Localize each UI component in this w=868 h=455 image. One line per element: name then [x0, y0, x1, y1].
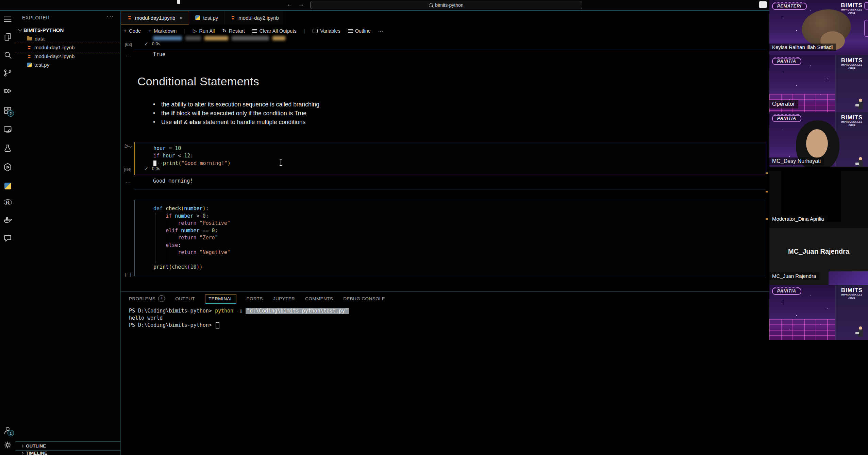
video-tile-keyisa[interactable]: PEMATERI BIMITS IMPROVESKILLS 2024 Keyis… [769, 0, 868, 55]
code-cell-2[interactable]: def check(number): if number > 0: return… [134, 200, 765, 276]
settings-gear-icon[interactable] [3, 440, 13, 450]
panel-tab-jupyter[interactable]: JUPYTER [273, 296, 295, 301]
tab-test-py[interactable]: test.py [189, 11, 224, 24]
video-tile-dina[interactable]: Moderator_Dina Aprilia [769, 171, 868, 228]
panel-tab-output[interactable]: OUTPUT [175, 296, 195, 301]
explorer-sidebar: EXPLORER ··· BIMITS-PYTHON data modul-da… [15, 11, 121, 455]
toolbar-more-button[interactable]: ··· [378, 28, 383, 34]
chat-icon[interactable] [3, 233, 13, 243]
video-tile-juan[interactable]: MC_Juan Rajendra MC_Juan Rajendra [769, 228, 868, 285]
source-control-icon[interactable] [3, 68, 13, 78]
chevron-down-icon [129, 145, 132, 148]
live-preview-icon[interactable] [3, 162, 13, 172]
video-tile-panitia[interactable]: BIMITS IMPROVESKILLS 2024 PANITIA [769, 285, 868, 340]
jupyter-icon [127, 15, 132, 20]
command-center-search[interactable]: bimits-python [310, 1, 582, 9]
mascot-character [858, 326, 863, 338]
outline-button[interactable]: Outline [348, 28, 371, 34]
panel-tab-debug-console[interactable]: DEBUG CONSOLE [343, 296, 385, 301]
terminal-output-line: hello world [129, 315, 163, 322]
code-line: else: [135, 242, 765, 249]
tree-root-bimits-python[interactable]: BIMITS-PYTHON [15, 26, 120, 34]
bullet-item: the ability to alter its execution seque… [153, 100, 319, 109]
execution-count: [64] [124, 167, 131, 172]
panel-divider[interactable] [121, 291, 769, 292]
accounts-icon[interactable]: 1 [3, 425, 13, 435]
chevron-right-icon [20, 444, 24, 448]
variables-button[interactable]: Variables [313, 28, 340, 34]
editor-tab-bar: modul-day1.ipynb × test.py modul-day2.ip… [121, 11, 769, 25]
tab-label: modul-day2.ipynb [238, 15, 279, 21]
panel-tab-problems[interactable]: PROBLEMS 4 [129, 295, 165, 302]
title-bar: ← → bimits-python [0, 0, 769, 10]
python-extension-icon[interactable] [3, 181, 13, 191]
clear-all-outputs-button[interactable]: Clear All Outputs [252, 28, 297, 34]
close-icon[interactable]: × [180, 15, 183, 21]
bullet-item: the if block will be executed only if th… [153, 109, 319, 118]
tab-modul-day2[interactable]: modul-day2.ipynb [224, 11, 285, 24]
explorer-more-actions-icon[interactable]: ··· [107, 14, 114, 20]
video-tile-desy[interactable]: BIMITS IMPROVESKILLS 2024 PANITIA MC_Des… [769, 112, 868, 171]
tree-item-modul-day2[interactable]: modul-day2.ipynb [15, 52, 120, 61]
bimits-poster: BIMITS IMPROVESKILLS 2024 [835, 112, 868, 171]
extensions-icon[interactable]: 2 [3, 105, 13, 115]
tree-item-test-py[interactable]: test.py [15, 61, 120, 69]
tab-modul-day1[interactable]: modul-day1.ipynb × [121, 11, 189, 24]
root-folder-label: BIMITS-PYTHON [23, 27, 64, 33]
markdown-heading: Conditional Statements [137, 75, 259, 88]
file-label: data [35, 36, 45, 41]
run-and-debug-icon[interactable] [3, 86, 13, 96]
panel-tab-ports[interactable]: PORTS [247, 296, 263, 301]
terminal-command-line[interactable]: PS D:\Coding\bimits-python> python -u "d… [129, 307, 349, 315]
terminal-prompt-line[interactable]: PS D:\Coding\bimits-python> [129, 322, 219, 329]
meeting-sidebar: PEMATERI BIMITS IMPROVESKILLS 2024 Keyis… [769, 0, 868, 455]
video-tile-operator[interactable]: BIMITS IMPROVESKILLS 2024 PANITIA Operat… [769, 55, 868, 112]
clipped-badge-fragment [864, 20, 868, 37]
text-ibeam-cursor [281, 159, 281, 165]
nav-forward-icon[interactable]: → [298, 1, 304, 8]
camera-off-area [781, 171, 841, 222]
panel-tab-terminal[interactable]: TERMINAL [205, 294, 236, 303]
nav-back-icon[interactable]: ← [286, 1, 293, 8]
python-icon [27, 63, 32, 67]
search-sidebar-icon[interactable] [3, 50, 13, 60]
variables-icon [313, 29, 318, 33]
editor-overflow-button[interactable] [759, 1, 767, 8]
run-cell-button[interactable]: ▷ [125, 143, 132, 149]
execution-time: 0.0s [152, 41, 160, 46]
code-cell-1[interactable]: hour = 10 if hour < 12: ··print("Good mo… [134, 142, 765, 175]
jupyter-icon [27, 54, 32, 59]
run-all-button[interactable]: ▷Run All [193, 28, 215, 34]
r-extension-icon[interactable]: R [3, 197, 13, 207]
participant-name: Operator [769, 100, 798, 108]
tab-label: test.py [203, 15, 218, 21]
remote-explorer-icon[interactable] [3, 125, 13, 135]
mascot-character [858, 99, 863, 110]
testing-icon[interactable] [3, 144, 13, 153]
code-line: if number > 0: [135, 213, 765, 220]
explorer-title: EXPLORER [22, 15, 50, 20]
outline-section[interactable]: OUTLINE [15, 441, 120, 450]
tree-item-modul-day1[interactable]: modul-day1.ipynb [15, 43, 120, 52]
clipped-badge-fragment [864, 2, 868, 10]
docker-icon[interactable] [3, 215, 13, 225]
add-code-cell-button[interactable]: +Code [123, 28, 141, 34]
role-badge: PANITIA [772, 115, 801, 122]
success-check-icon: ✓ [145, 166, 148, 171]
timeline-section[interactable]: TIMELINE [15, 450, 120, 455]
panel-tab-bar: PROBLEMS 4 OUTPUT TERMINAL PORTS JUPYTER… [129, 293, 385, 304]
search-icon [429, 3, 433, 7]
tree-item-data[interactable]: data [15, 34, 120, 43]
chevron-right-icon [20, 451, 24, 455]
add-markdown-cell-button[interactable]: +Markdown [148, 28, 177, 34]
cell-output-good-morning: Good morning! [153, 178, 193, 184]
menu-icon[interactable] [3, 14, 13, 24]
plus-icon: + [123, 28, 127, 34]
cell-border [134, 189, 765, 189]
panel-tab-comments[interactable]: COMMENTS [305, 296, 333, 301]
bullet-item: Use elif & else statement to handle mult… [153, 118, 319, 127]
explorer-icon[interactable] [3, 32, 13, 42]
restart-button[interactable]: ↻Restart [222, 28, 245, 34]
poster-fragment [829, 271, 868, 285]
execution-count-empty: [ ] [124, 272, 132, 277]
